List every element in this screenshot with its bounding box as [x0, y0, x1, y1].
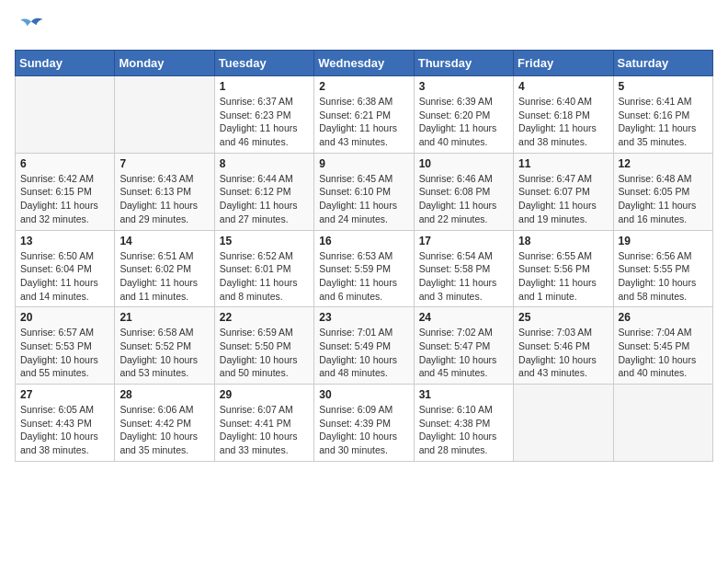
day-number: 26 — [619, 311, 708, 324]
logo — [15, 15, 51, 40]
day-info: Sunrise: 7:03 AMSunset: 5:46 PMDaylight:… — [518, 326, 608, 380]
day-cell: 22Sunrise: 6:59 AMSunset: 5:50 PMDayligh… — [214, 307, 313, 385]
day-number: 9 — [319, 157, 408, 170]
day-info: Sunrise: 6:37 AMSunset: 6:23 PMDaylight:… — [220, 95, 309, 149]
day-cell — [514, 385, 613, 462]
day-number: 21 — [119, 311, 209, 324]
day-info: Sunrise: 6:54 AMSunset: 5:58 PMDaylight:… — [419, 249, 508, 304]
header-cell-monday: Monday — [115, 51, 214, 76]
day-number: 14 — [119, 235, 209, 247]
header-row: SundayMondayTuesdayWednesdayThursdayFrid… — [16, 51, 713, 76]
day-cell: 8Sunrise: 6:44 AMSunset: 6:12 PMDaylight… — [214, 153, 313, 230]
day-cell: 23Sunrise: 7:01 AMSunset: 5:49 PMDayligh… — [314, 307, 414, 385]
header-cell-sunday: Sunday — [16, 51, 115, 76]
day-number: 8 — [220, 157, 309, 170]
day-info: Sunrise: 6:07 AMSunset: 4:41 PMDaylight:… — [220, 403, 309, 457]
day-cell: 10Sunrise: 6:46 AMSunset: 6:08 PMDayligh… — [414, 153, 513, 230]
day-cell: 18Sunrise: 6:55 AMSunset: 5:56 PMDayligh… — [514, 230, 613, 307]
day-info: Sunrise: 6:45 AMSunset: 6:10 PMDaylight:… — [319, 172, 408, 226]
day-number: 6 — [20, 157, 109, 170]
day-info: Sunrise: 6:52 AMSunset: 6:01 PMDaylight:… — [220, 249, 309, 304]
day-number: 5 — [619, 80, 708, 93]
day-cell: 5Sunrise: 6:41 AMSunset: 6:16 PMDaylight… — [613, 76, 712, 154]
day-info: Sunrise: 6:50 AMSunset: 6:04 PMDaylight:… — [20, 249, 109, 304]
day-number: 13 — [20, 235, 109, 247]
day-info: Sunrise: 7:01 AMSunset: 5:49 PMDaylight:… — [319, 326, 408, 380]
day-cell: 20Sunrise: 6:57 AMSunset: 5:53 PMDayligh… — [16, 307, 115, 385]
header-cell-saturday: Saturday — [613, 51, 712, 76]
day-info: Sunrise: 6:41 AMSunset: 6:16 PMDaylight:… — [619, 95, 708, 149]
day-info: Sunrise: 7:02 AMSunset: 5:47 PMDaylight:… — [419, 326, 508, 380]
day-cell: 16Sunrise: 6:53 AMSunset: 5:59 PMDayligh… — [314, 230, 414, 307]
day-info: Sunrise: 6:55 AMSunset: 5:56 PMDaylight:… — [518, 249, 608, 304]
day-info: Sunrise: 6:44 AMSunset: 6:12 PMDaylight:… — [220, 172, 309, 226]
day-number: 3 — [419, 80, 508, 93]
day-cell: 2Sunrise: 6:38 AMSunset: 6:21 PMDaylight… — [314, 76, 414, 154]
day-number: 16 — [319, 235, 408, 247]
day-info: Sunrise: 6:42 AMSunset: 6:15 PMDaylight:… — [20, 172, 109, 226]
day-info: Sunrise: 6:38 AMSunset: 6:21 PMDaylight:… — [319, 95, 408, 149]
day-info: Sunrise: 6:46 AMSunset: 6:08 PMDaylight:… — [419, 172, 508, 226]
day-number: 12 — [619, 157, 708, 170]
header-cell-thursday: Thursday — [414, 51, 513, 76]
day-cell: 15Sunrise: 6:52 AMSunset: 6:01 PMDayligh… — [214, 230, 313, 307]
day-cell — [16, 76, 115, 154]
day-number: 25 — [518, 311, 608, 324]
day-cell: 12Sunrise: 6:48 AMSunset: 6:05 PMDayligh… — [613, 153, 712, 230]
day-cell: 26Sunrise: 7:04 AMSunset: 5:45 PMDayligh… — [613, 307, 712, 385]
logo-icon — [15, 15, 48, 40]
page-header — [15, 15, 713, 40]
day-cell: 4Sunrise: 6:40 AMSunset: 6:18 PMDaylight… — [514, 76, 613, 154]
day-info: Sunrise: 6:56 AMSunset: 5:55 PMDaylight:… — [619, 249, 708, 304]
calendar-table: SundayMondayTuesdayWednesdayThursdayFrid… — [15, 50, 713, 462]
week-row-2: 6Sunrise: 6:42 AMSunset: 6:15 PMDaylight… — [16, 153, 713, 230]
day-info: Sunrise: 6:09 AMSunset: 4:39 PMDaylight:… — [319, 403, 408, 457]
week-row-3: 13Sunrise: 6:50 AMSunset: 6:04 PMDayligh… — [16, 230, 713, 307]
day-number: 23 — [319, 311, 408, 324]
day-number: 7 — [119, 157, 209, 170]
day-number: 18 — [518, 235, 608, 247]
day-number: 11 — [518, 157, 608, 170]
day-number: 10 — [419, 157, 508, 170]
day-cell: 14Sunrise: 6:51 AMSunset: 6:02 PMDayligh… — [115, 230, 214, 307]
day-cell: 28Sunrise: 6:06 AMSunset: 4:42 PMDayligh… — [115, 385, 214, 462]
day-info: Sunrise: 6:59 AMSunset: 5:50 PMDaylight:… — [220, 326, 309, 380]
day-cell — [613, 385, 712, 462]
day-info: Sunrise: 6:48 AMSunset: 6:05 PMDaylight:… — [619, 172, 708, 226]
day-number: 22 — [220, 311, 309, 324]
day-number: 20 — [20, 311, 109, 324]
day-number: 17 — [419, 235, 508, 247]
day-number: 24 — [419, 311, 508, 324]
day-cell: 29Sunrise: 6:07 AMSunset: 4:41 PMDayligh… — [214, 385, 313, 462]
day-info: Sunrise: 6:06 AMSunset: 4:42 PMDaylight:… — [119, 403, 209, 457]
header-cell-friday: Friday — [514, 51, 613, 76]
calendar-header: SundayMondayTuesdayWednesdayThursdayFrid… — [16, 51, 713, 76]
week-row-4: 20Sunrise: 6:57 AMSunset: 5:53 PMDayligh… — [16, 307, 713, 385]
day-cell: 3Sunrise: 6:39 AMSunset: 6:20 PMDaylight… — [414, 76, 513, 154]
week-row-1: 1Sunrise: 6:37 AMSunset: 6:23 PMDaylight… — [16, 76, 713, 154]
day-info: Sunrise: 6:43 AMSunset: 6:13 PMDaylight:… — [119, 172, 209, 226]
day-cell: 27Sunrise: 6:05 AMSunset: 4:43 PMDayligh… — [16, 385, 115, 462]
day-number: 29 — [220, 388, 309, 401]
day-info: Sunrise: 6:05 AMSunset: 4:43 PMDaylight:… — [20, 403, 109, 457]
day-cell: 19Sunrise: 6:56 AMSunset: 5:55 PMDayligh… — [613, 230, 712, 307]
day-cell: 17Sunrise: 6:54 AMSunset: 5:58 PMDayligh… — [414, 230, 513, 307]
day-info: Sunrise: 6:53 AMSunset: 5:59 PMDaylight:… — [319, 249, 408, 304]
day-number: 1 — [220, 80, 309, 93]
day-number: 15 — [220, 235, 309, 247]
day-number: 4 — [518, 80, 608, 93]
day-info: Sunrise: 6:39 AMSunset: 6:20 PMDaylight:… — [419, 95, 508, 149]
day-info: Sunrise: 6:47 AMSunset: 6:07 PMDaylight:… — [518, 172, 608, 226]
day-cell: 30Sunrise: 6:09 AMSunset: 4:39 PMDayligh… — [314, 385, 414, 462]
day-number: 30 — [319, 388, 408, 401]
day-info: Sunrise: 6:57 AMSunset: 5:53 PMDaylight:… — [20, 326, 109, 380]
day-info: Sunrise: 6:51 AMSunset: 6:02 PMDaylight:… — [119, 249, 209, 304]
week-row-5: 27Sunrise: 6:05 AMSunset: 4:43 PMDayligh… — [16, 385, 713, 462]
day-info: Sunrise: 6:58 AMSunset: 5:52 PMDaylight:… — [119, 326, 209, 380]
header-cell-wednesday: Wednesday — [314, 51, 414, 76]
day-cell: 13Sunrise: 6:50 AMSunset: 6:04 PMDayligh… — [16, 230, 115, 307]
day-cell: 21Sunrise: 6:58 AMSunset: 5:52 PMDayligh… — [115, 307, 214, 385]
day-number: 27 — [20, 388, 109, 401]
day-cell: 11Sunrise: 6:47 AMSunset: 6:07 PMDayligh… — [514, 153, 613, 230]
day-cell: 7Sunrise: 6:43 AMSunset: 6:13 PMDaylight… — [115, 153, 214, 230]
